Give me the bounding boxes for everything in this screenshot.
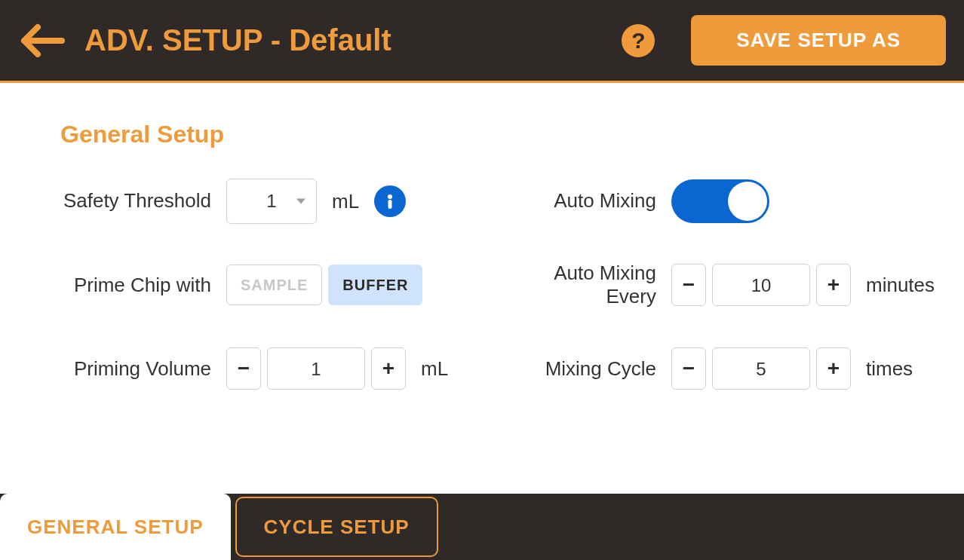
priming-volume-label: Priming Volume	[60, 357, 211, 381]
help-icon[interactable]: ?	[622, 24, 655, 57]
safety-threshold-unit: mL	[332, 190, 359, 213]
prime-option-buffer[interactable]: BUFFER	[328, 265, 422, 305]
priming-volume-decrement[interactable]: −	[226, 347, 261, 390]
auto-mixing-label: Auto Mixing	[528, 189, 656, 213]
priming-volume-value[interactable]: 1	[267, 347, 365, 390]
chevron-down-icon	[296, 199, 305, 204]
auto-mixing-every-row: Auto Mixing Every − 10 + minutes	[528, 262, 935, 308]
tab-cycle-setup[interactable]: CYCLE SETUP	[235, 497, 438, 557]
prime-chip-label: Prime Chip with	[60, 274, 211, 297]
auto-mixing-row: Auto Mixing	[528, 179, 935, 224]
auto-mixing-every-increment[interactable]: +	[816, 264, 851, 306]
mixing-cycle-stepper: − 5 +	[671, 347, 851, 390]
back-arrow-icon[interactable]	[18, 23, 66, 59]
mixing-cycle-label: Mixing Cycle	[528, 357, 656, 381]
footer-tabs: GENERAL SETUP CYCLE SETUP	[0, 494, 964, 560]
auto-mixing-every-unit: minutes	[866, 274, 935, 297]
auto-mixing-every-stepper: − 10 +	[671, 264, 851, 306]
priming-volume-row: Priming Volume − 1 + mL	[60, 346, 483, 391]
mixing-cycle-row: Mixing Cycle − 5 + times	[528, 346, 935, 391]
auto-mixing-toggle[interactable]	[671, 179, 769, 223]
tab-general-setup[interactable]: GENERAL SETUP	[0, 494, 231, 560]
svg-point-0	[388, 194, 392, 199]
mixing-cycle-decrement[interactable]: −	[671, 347, 706, 390]
section-title: General Setup	[60, 121, 904, 148]
prime-chip-row: Prime Chip with SAMPLE BUFFER	[60, 262, 483, 308]
prime-chip-segmented: SAMPLE BUFFER	[226, 265, 422, 305]
auto-mixing-every-label: Auto Mixing Every	[528, 262, 656, 308]
safety-threshold-select[interactable]: 1	[226, 179, 317, 224]
safety-threshold-row: Safety Threshold 1 mL	[60, 179, 483, 224]
mixing-cycle-unit: times	[866, 357, 913, 381]
info-icon[interactable]	[374, 185, 406, 217]
priming-volume-stepper: − 1 +	[226, 347, 406, 390]
content-area: General Setup Safety Threshold 1 mL Auto…	[0, 83, 964, 391]
app-header: ADV. SETUP - Default ? SAVE SETUP AS	[0, 0, 964, 83]
svg-rect-1	[388, 200, 392, 209]
safety-threshold-label: Safety Threshold	[60, 189, 211, 213]
safety-threshold-value: 1	[266, 191, 276, 212]
priming-volume-unit: mL	[421, 357, 448, 381]
mixing-cycle-increment[interactable]: +	[816, 347, 851, 390]
auto-mixing-every-value[interactable]: 10	[712, 264, 810, 306]
prime-option-sample[interactable]: SAMPLE	[226, 265, 322, 305]
page-title: ADV. SETUP - Default	[84, 23, 603, 57]
mixing-cycle-value[interactable]: 5	[712, 347, 810, 390]
auto-mixing-every-decrement[interactable]: −	[671, 264, 706, 306]
toggle-knob	[728, 182, 767, 221]
save-setup-as-button[interactable]: SAVE SETUP AS	[691, 15, 946, 66]
priming-volume-increment[interactable]: +	[371, 347, 406, 390]
